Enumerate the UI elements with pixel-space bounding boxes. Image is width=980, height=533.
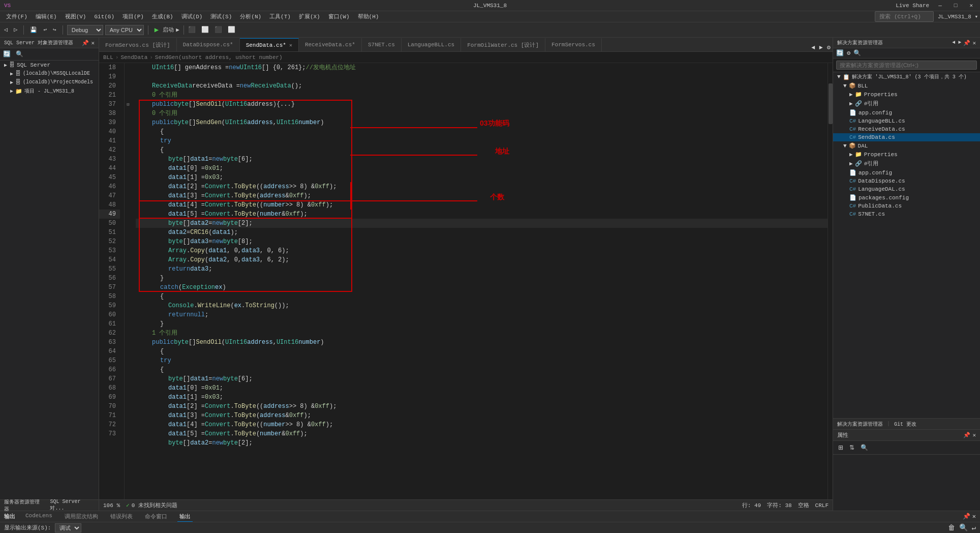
tree-item-localdb1[interactable]: ▶ 🗄 (localdb)\MSSQLLocalDE bbox=[0, 69, 99, 78]
menu-view[interactable]: 视图(V) bbox=[61, 12, 90, 21]
output-clear-btn[interactable]: 🗑 bbox=[948, 524, 955, 532]
tree-dal-datadispose[interactable]: C# DataDispose.cs bbox=[833, 177, 980, 185]
menu-debug[interactable]: 调试(D) bbox=[177, 12, 207, 21]
vertical-scrollbar[interactable] bbox=[828, 63, 833, 499]
right-panel-close[interactable]: ✕ bbox=[972, 40, 976, 46]
tree-bll-props[interactable]: ▶ 📁 Properties bbox=[833, 90, 980, 99]
right-panel-pin[interactable]: 📌 bbox=[963, 40, 970, 46]
props-sort-btn[interactable]: ⇅ bbox=[847, 443, 856, 452]
tree-bll-receivedata[interactable]: C# ReceiveData.cs bbox=[833, 125, 980, 133]
menu-test[interactable]: 测试(S) bbox=[206, 12, 236, 21]
tab-call-hierarchy[interactable]: 调用层次结构 bbox=[63, 512, 100, 522]
props-search-btn[interactable]: 🔍 bbox=[859, 443, 870, 452]
tree-dal-refs[interactable]: ▶ 🔗 #引用 bbox=[833, 159, 980, 168]
tree-dal-appconfig[interactable]: 📄 app.config bbox=[833, 168, 980, 177]
fold-37[interactable]: ⊟ bbox=[125, 100, 132, 109]
close-btn[interactable]: ✕ bbox=[966, 2, 976, 9]
rp-refresh-btn[interactable]: 🔄 bbox=[835, 49, 845, 57]
props-pin[interactable]: 📌 bbox=[963, 432, 970, 438]
tab-command-window[interactable]: 命令窗口 bbox=[143, 512, 169, 522]
refresh-btn[interactable]: 🔄 bbox=[1, 49, 13, 59]
tab-codelens[interactable]: CodeLens bbox=[23, 512, 54, 522]
menu-edit[interactable]: 编辑(E) bbox=[32, 12, 61, 21]
start-dropdown[interactable]: ▶ bbox=[176, 26, 179, 33]
rp-settings-btn[interactable]: ⚙ bbox=[846, 49, 851, 57]
menu-tools[interactable]: 工具(T) bbox=[265, 12, 295, 21]
live-share[interactable]: Live Share bbox=[896, 3, 929, 9]
tab-scroll-right[interactable]: ► bbox=[817, 44, 825, 51]
menu-help[interactable]: 帮助(H) bbox=[354, 12, 383, 21]
tree-dal[interactable]: ▼ 📦 DAL bbox=[833, 141, 980, 150]
code-content[interactable]: 03功能码 地址 个数 UInt16[] genAddress = new UI… bbox=[132, 63, 828, 499]
left-panel-close[interactable]: ✕ bbox=[91, 40, 95, 46]
tab-senddata-close[interactable]: ✕ bbox=[289, 42, 292, 48]
breadcrumb-senddata[interactable]: SendData bbox=[120, 54, 147, 61]
minimize-btn[interactable]: — bbox=[935, 3, 945, 9]
left-panel-pin[interactable]: 📌 bbox=[82, 40, 89, 46]
output-source-select[interactable]: 调试 bbox=[55, 523, 81, 532]
tab-senddata[interactable]: SendData.cs* ✕ bbox=[240, 38, 299, 51]
tree-dal-props[interactable]: ▶ 📁 Properties bbox=[833, 150, 980, 159]
output-wrap-btn[interactable]: ↵ bbox=[972, 523, 976, 532]
right-search-input[interactable] bbox=[836, 61, 977, 70]
tree-bll-senddata[interactable]: C# SendData.cs bbox=[833, 133, 980, 141]
menu-project[interactable]: 项目(P) bbox=[118, 12, 148, 21]
tab-formservos[interactable]: FormServos.cs bbox=[545, 38, 602, 51]
rp-filter-btn[interactable]: 🔍 bbox=[852, 49, 862, 57]
tree-item-localdb2[interactable]: ▶ 🗄 (localdb)\ProjectModels bbox=[0, 78, 99, 86]
tab-formoilwater[interactable]: FormOilWater.cs [设计] bbox=[461, 38, 545, 51]
tree-dal-packages[interactable]: 📄 packages.config bbox=[833, 193, 980, 202]
menu-file[interactable]: 文件(F) bbox=[2, 12, 32, 21]
toolbar-save-all[interactable]: 💾 bbox=[28, 26, 39, 33]
toolbar-back[interactable]: ◁ bbox=[2, 26, 10, 34]
tab-s7net[interactable]: S7NET.cs bbox=[362, 38, 402, 51]
output-close[interactable]: ✕ bbox=[972, 513, 976, 520]
filter-btn[interactable]: 🔍 bbox=[14, 49, 25, 59]
search-box[interactable]: 搜索 (Ctrl+Q) bbox=[875, 11, 933, 22]
tab-sql-explorer[interactable]: SQL Server 对... bbox=[46, 498, 99, 513]
tab-languagebll[interactable]: LanguageBLL.cs bbox=[402, 38, 461, 51]
tree-dal-languagedal[interactable]: C# LanguageDAL.cs bbox=[833, 185, 980, 193]
tree-dal-publicdata[interactable]: C# PublicData.cs bbox=[833, 202, 980, 210]
breadcrumb-bll[interactable]: BLL bbox=[103, 54, 113, 61]
ln-73: 73 bbox=[99, 429, 120, 438]
tab-error-list[interactable]: 错误列表 bbox=[108, 512, 135, 522]
tree-item-project[interactable]: ▶ 📁 项目 - JL_VMS31_8 bbox=[0, 86, 99, 96]
menu-window[interactable]: 窗口(W) bbox=[324, 12, 354, 21]
start-label[interactable]: 启动 bbox=[163, 26, 174, 34]
tree-bll-appconfig[interactable]: 📄 app.config bbox=[833, 108, 980, 117]
tree-dal-s7net[interactable]: C# S7NET.cs bbox=[833, 210, 980, 218]
toolbar-forward[interactable]: ▷ bbox=[12, 26, 19, 34]
output-pin[interactable]: 📌 bbox=[963, 513, 970, 520]
tab-settings[interactable]: ⚙ bbox=[825, 44, 833, 51]
tab-scroll-left[interactable]: ◄ bbox=[809, 44, 817, 51]
cpu-select[interactable]: Any CPU bbox=[105, 25, 144, 35]
menu-build[interactable]: 生成(B) bbox=[148, 12, 177, 21]
ln-66: 66 bbox=[99, 365, 120, 374]
tab-formservos-design[interactable]: FormServos.cs [设计] bbox=[99, 38, 177, 51]
tree-bll-refs[interactable]: ▶ 🔗 #引用 bbox=[833, 99, 980, 108]
tree-solution[interactable]: ▼ 📋 解决方案 'JL_VMS31_8' (3 个项目，共 3 个) bbox=[833, 72, 980, 81]
zoom-level[interactable]: 106 % bbox=[103, 502, 120, 509]
tab-output[interactable]: 输出 bbox=[177, 512, 193, 522]
output-find-btn[interactable]: 🔍 bbox=[959, 523, 968, 532]
props-close[interactable]: ✕ bbox=[972, 432, 976, 438]
breadcrumb-method[interactable]: SendGen(ushort address, ushort number) bbox=[155, 54, 283, 61]
toolbar-undo[interactable]: ↩ bbox=[41, 26, 49, 33]
menu-analyze[interactable]: 分析(N) bbox=[236, 12, 265, 21]
props-categories-btn[interactable]: ⊞ bbox=[836, 443, 845, 452]
git-changes-label[interactable]: Git 更改 bbox=[894, 421, 916, 428]
scrollbar-thumb[interactable] bbox=[829, 83, 833, 124]
tab-datadispose[interactable]: DataDispose.cs* bbox=[177, 38, 240, 51]
menu-git[interactable]: Git(G) bbox=[90, 13, 118, 21]
tree-bll[interactable]: ▼ 📦 BLL bbox=[833, 81, 980, 90]
tree-item-sqlserver[interactable]: ▶ 🗄 SQL Server bbox=[0, 61, 99, 69]
toolbar-redo[interactable]: ↪ bbox=[51, 26, 58, 33]
menu-extend[interactable]: 扩展(X) bbox=[295, 12, 324, 21]
left-tree: ▶ 🗄 SQL Server ▶ 🗄 (localdb)\MSSQLLocalD… bbox=[0, 61, 99, 499]
debug-config-select[interactable]: Debug Release bbox=[67, 25, 103, 35]
start-btn[interactable]: ▶ bbox=[152, 25, 161, 34]
tab-receivedata[interactable]: ReceiveData.cs* bbox=[299, 38, 362, 51]
maximize-btn[interactable]: □ bbox=[951, 3, 961, 9]
tree-bll-languagebll[interactable]: C# LanguageBLL.cs bbox=[833, 117, 980, 125]
